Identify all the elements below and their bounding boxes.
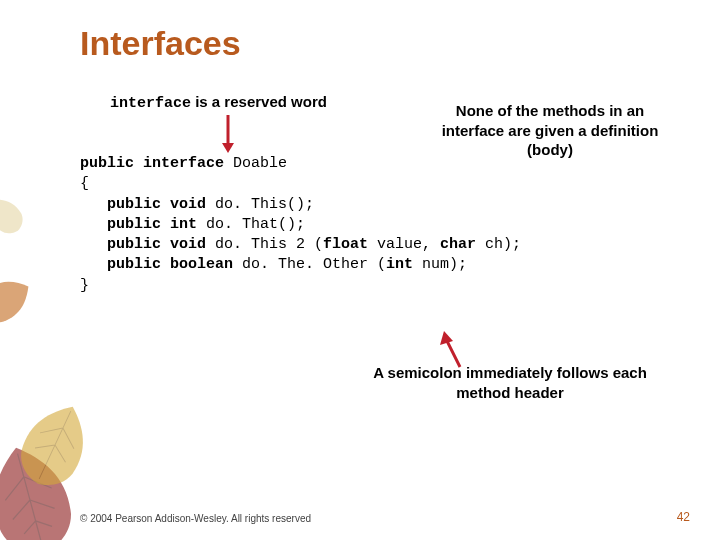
page-title: Interfaces [80,24,670,63]
callout-keyword: interface [110,95,191,112]
arrow-down-icon [220,115,236,153]
code-text: { [80,175,89,192]
leaf-decoration [0,183,37,246]
code-text: do. That(); [197,216,305,233]
code-text: do. This 2 ( [206,236,323,253]
code-block: public interface Doable { public void do… [80,154,670,296]
callout-text: is a reserved word [191,93,327,110]
code-kw: char [440,236,476,253]
code-text: do. This(); [206,196,314,213]
code-text: num); [413,256,467,273]
code-text: value, [368,236,440,253]
svg-marker-1 [222,143,234,153]
code-kw: public interface [80,155,224,172]
code-kw: int [386,256,413,273]
code-kw: float [323,236,368,253]
code-text: } [80,277,89,294]
footer: © 2004 Pearson Addison-Wesley. All right… [80,510,690,524]
code-kw: public int [80,216,197,233]
code-kw: public boolean [80,256,233,273]
page-number: 42 [677,510,690,524]
code-kw: public void [80,196,206,213]
slide: Interfaces interface is a reserved word … [0,0,720,540]
code-text: ch); [476,236,521,253]
callout-no-body: None of the methods in an interface are … [440,101,660,160]
copyright-text: © 2004 Pearson Addison-Wesley. All right… [80,513,311,524]
callout-semicolon: A semicolon immediately follows each met… [370,363,650,402]
code-text: do. The. Other ( [233,256,386,273]
content-area: interface is a reserved word None of the… [80,93,670,296]
code-text: Doable [224,155,287,172]
svg-marker-3 [440,331,453,345]
leaf-decoration [0,259,46,341]
code-kw: public void [80,236,206,253]
